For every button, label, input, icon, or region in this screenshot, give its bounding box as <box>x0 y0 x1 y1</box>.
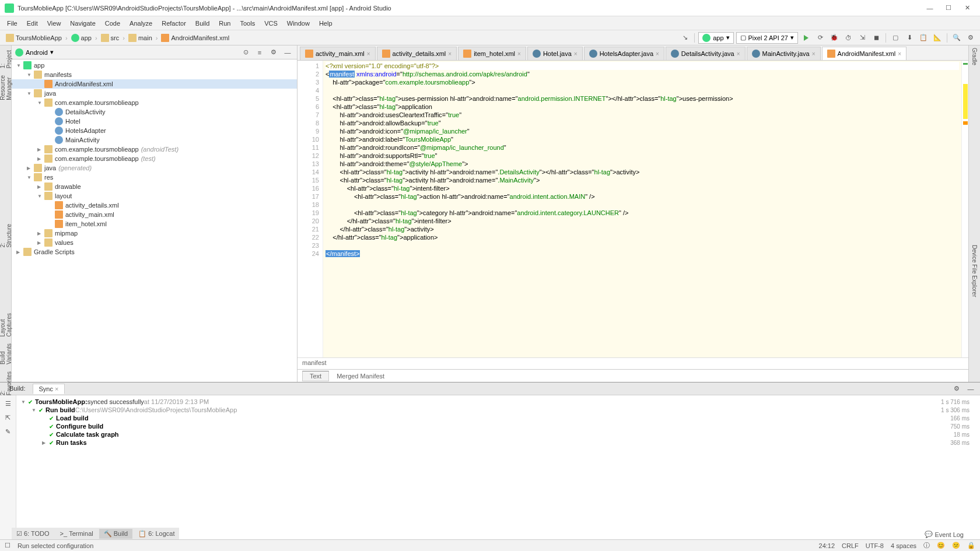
tree-item-activity-main-xml[interactable]: activity_main.xml <box>12 210 297 219</box>
close-icon[interactable]: × <box>367 51 370 57</box>
build-filter-button[interactable]: ✎ <box>2 426 14 437</box>
crumb-2[interactable]: src <box>99 33 122 43</box>
menu-view[interactable]: View <box>43 17 66 29</box>
tree-item-gradle-scripts[interactable]: ▶Gradle Scripts <box>12 247 297 257</box>
event-log-tab[interactable]: 💬 Event Log <box>920 529 968 539</box>
menu-edit[interactable]: Edit <box>22 17 43 29</box>
layout-captures-tab[interactable]: Layout Captures <box>0 311 12 339</box>
tree-item-com-example-toursmoblieapp[interactable]: ▼com.example.toursmoblieapp <box>12 98 297 107</box>
tree-item-com-example-toursmoblieapp[interactable]: ▶com.example.toursmoblieapp(androidTest) <box>12 145 297 154</box>
build-toggle-button[interactable]: ☰ <box>2 398 14 409</box>
close-icon[interactable]: × <box>448 51 452 57</box>
build-hide-button[interactable]: — <box>965 383 977 395</box>
project-view-mode[interactable]: Android <box>26 49 48 56</box>
locate-file-button[interactable]: ⊙ <box>240 47 251 58</box>
layout-button[interactable]: 📐 <box>932 32 943 44</box>
menu-tools[interactable]: Tools <box>235 17 260 29</box>
editor-subtab-text[interactable]: Text <box>302 371 329 381</box>
attach-debugger-button[interactable]: ⇲ <box>856 32 868 44</box>
avd-button[interactable]: ▢ <box>890 32 901 44</box>
menu-file[interactable]: File <box>2 17 22 29</box>
build-item[interactable]: ▼✔Run build C:\Users\WSR09\AndroidStudio… <box>19 406 978 414</box>
editor-tab-hotelsadapter-java[interactable]: HotelsAdapter.java× <box>584 47 664 60</box>
tree-item-manifests[interactable]: ▼manifests <box>12 70 297 79</box>
build-item[interactable]: ✔Configure build750 ms <box>19 422 978 430</box>
device-explorer-tab[interactable]: Device File Explorer <box>971 243 978 299</box>
editor-subtab-merged-manifest[interactable]: Merged Manifest <box>329 371 392 381</box>
menu-refactor[interactable]: Refactor <box>157 17 191 29</box>
tree-item-detailsactivity[interactable]: DetailsActivity <box>12 107 297 117</box>
build-item[interactable]: ▼✔ToursMoblieApp: synced successfully at… <box>19 398 978 406</box>
tree-item-drawable[interactable]: ▶drawable <box>12 182 297 191</box>
close-icon[interactable]: × <box>574 51 578 57</box>
close-icon[interactable]: × <box>812 51 816 57</box>
editor-tab-item-hotel-xml[interactable]: item_hotel.xml× <box>458 47 526 60</box>
editor-breadcrumb[interactable]: manifest <box>298 357 968 369</box>
close-button[interactable]: ✕ <box>959 2 975 14</box>
build-variants-tab[interactable]: Build Variants <box>0 341 12 367</box>
menu-run[interactable]: Run <box>214 17 235 29</box>
tree-item-layout[interactable]: ▼layout <box>12 191 297 201</box>
menu-analyze[interactable]: Analyze <box>125 17 157 29</box>
quick-access-icon[interactable]: ☐ <box>5 542 10 549</box>
build-output-tree[interactable]: ▼✔ToursMoblieApp: synced successfully at… <box>16 395 980 539</box>
smiley-ok-icon[interactable]: 😊 <box>937 542 945 549</box>
tree-item-hotel[interactable]: Hotel <box>12 117 297 126</box>
menu-navigate[interactable]: Navigate <box>65 17 100 29</box>
indent-setting[interactable]: 4 spaces <box>891 542 916 549</box>
menu-code[interactable]: Code <box>100 17 125 29</box>
code-editor[interactable]: <?xml version="1.0" encoding="utf-8"?><m… <box>323 61 961 357</box>
menu-build[interactable]: Build <box>191 17 214 29</box>
favorites-tab[interactable]: 2: Favorites <box>0 369 12 398</box>
build-item[interactable]: ✔Load build166 ms <box>19 414 978 422</box>
tree-item-mainactivity[interactable]: MainActivity <box>12 135 297 145</box>
build-item[interactable]: ✔Calculate task graph18 ms <box>19 430 978 438</box>
sdk-button[interactable]: ⬇ <box>904 32 915 44</box>
tool-tab-todo[interactable]: ☑6: TODO <box>12 529 54 539</box>
build-expand-button[interactable]: ⇱ <box>2 412 14 423</box>
editor-tab-detailsactivity-java[interactable]: DetailsActivity.java× <box>666 47 746 60</box>
build-tab-sync[interactable]: Sync × <box>33 384 65 394</box>
tree-item-androidmanifest-xml[interactable]: AndroidManifest.xml <box>12 79 297 89</box>
run-button[interactable] <box>800 32 812 44</box>
settings-button[interactable]: ⚙ <box>965 32 977 44</box>
tool-tab-logcat[interactable]: 📋6: Logcat <box>134 529 179 539</box>
tree-item-item-hotel-xml[interactable]: item_hotel.xml <box>12 219 297 229</box>
tree-item-activity-details-xml[interactable]: activity_details.xml <box>12 201 297 210</box>
close-icon[interactable]: × <box>656 51 659 57</box>
crumb-3[interactable]: main <box>126 33 155 43</box>
tool-tab-terminal[interactable]: >_Terminal <box>55 529 98 538</box>
stop-button[interactable]: ◼ <box>870 32 882 44</box>
tree-item-values[interactable]: ▶values <box>12 238 297 247</box>
collapse-button[interactable]: ≡ <box>254 47 265 58</box>
debug-button[interactable]: 🐞 <box>828 32 840 44</box>
profile-button[interactable]: ⏱ <box>842 32 854 44</box>
resource-button[interactable]: 📋 <box>918 32 929 44</box>
tree-item-res[interactable]: ▼res <box>12 173 297 182</box>
project-tree[interactable]: ▼app▼manifestsAndroidManifest.xml▼java▼c… <box>12 59 297 382</box>
context-icon[interactable]: ⓘ <box>923 541 930 550</box>
structure-tool-tab[interactable]: 2: Structure <box>0 222 12 250</box>
editor-tab-androidmanifest-xml[interactable]: AndroidManifest.xml× <box>822 47 907 61</box>
tree-item-hotelsadapter[interactable]: HotelsAdapter <box>12 126 297 135</box>
smiley-sad-icon[interactable]: 😕 <box>952 542 960 549</box>
line-separator[interactable]: CRLF <box>842 542 859 549</box>
editor-tab-activity-details-xml[interactable]: activity_details.xml× <box>377 47 457 60</box>
crumb-1[interactable]: app <box>69 33 94 43</box>
tree-item-mipmap[interactable]: ▶mipmap <box>12 229 297 238</box>
menu-vcs[interactable]: VCS <box>260 17 282 29</box>
search-button[interactable]: 🔍 <box>951 32 963 44</box>
close-icon[interactable]: × <box>737 51 740 57</box>
encoding[interactable]: UTF-8 <box>866 542 884 549</box>
tool-tab-build[interactable]: 🔨Build <box>99 529 132 539</box>
tree-item-com-example-toursmoblieapp[interactable]: ▶com.example.toursmoblieapp(test) <box>12 154 297 163</box>
crumb-0[interactable]: ToursMoblieApp <box>4 33 64 43</box>
tree-item-java[interactable]: ▼java <box>12 89 297 98</box>
menu-window[interactable]: Window <box>282 17 314 29</box>
pane-settings-button[interactable]: ⚙ <box>268 47 279 58</box>
editor-tab-hotel-java[interactable]: Hotel.java× <box>527 47 583 60</box>
editor-tab-activity-main-xml[interactable]: activity_main.xml× <box>300 47 376 60</box>
build-item[interactable]: ▶✔Run tasks368 ms <box>19 438 978 447</box>
error-stripe[interactable] <box>961 61 968 357</box>
gradle-tool-tab[interactable]: Gradle <box>971 45 978 68</box>
